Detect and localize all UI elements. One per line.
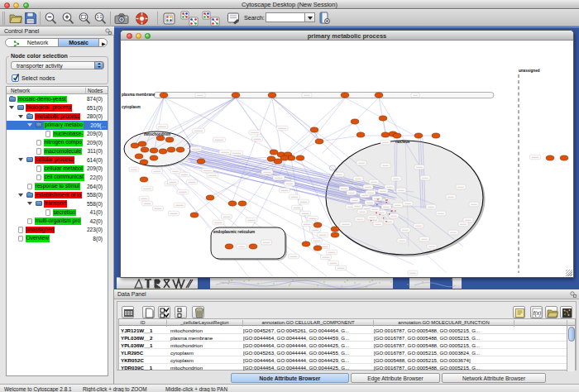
svg-text:cytoplasm: cytoplasm [122,105,141,109]
svg-text:endoplasmic reticulum: endoplasmic reticulum [213,230,255,234]
svg-text:plasma membrane: plasma membrane [122,93,156,97]
svg-text:f(x): f(x) [533,310,540,317]
svg-text:1:1: 1:1 [97,15,103,19]
svg-text:nucleus: nucleus [395,140,410,144]
svg-text:unassigned: unassigned [519,69,540,73]
